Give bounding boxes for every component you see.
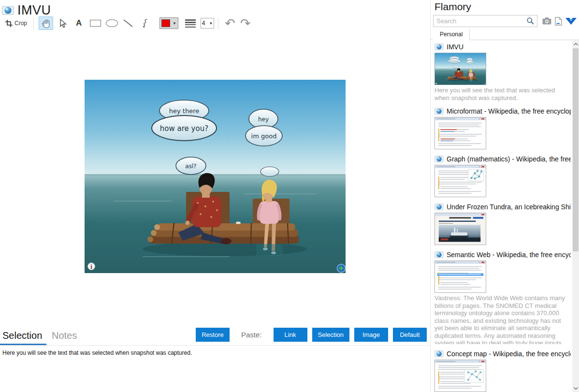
snapshot-favicon-icon — [434, 251, 444, 258]
text-tool-button[interactable]: A — [72, 16, 86, 30]
snapshot-description: Vastness: The World Wide Web contains ma… — [434, 294, 571, 344]
select-tool-button[interactable] — [55, 16, 70, 30]
chevron-down-icon: ▼ — [209, 21, 213, 26]
line-width-select[interactable]: 4 ▼ — [201, 18, 214, 29]
paste-link-button[interactable]: Link — [274, 328, 307, 342]
restore-button[interactable]: Restore — [196, 328, 230, 342]
camera-icon[interactable] — [542, 17, 551, 25]
pointer-icon — [58, 19, 67, 28]
tab-selection[interactable]: Selection — [2, 330, 42, 341]
editor-canvas[interactable] — [0, 32, 430, 325]
snapshot-item-title-row[interactable]: IMVU — [434, 43, 571, 51]
snapshot-favicon-icon — [434, 156, 444, 162]
paste-image-button[interactable]: Image — [354, 328, 388, 342]
chevron-down-icon[interactable]: ▼ — [173, 21, 176, 26]
snapshot-favicon-icon — [2, 6, 14, 15]
color-swatch-current[interactable] — [161, 19, 170, 27]
search-icon[interactable] — [526, 17, 535, 25]
flamory-logo-icon[interactable] — [565, 17, 577, 25]
search-input[interactable] — [434, 17, 526, 25]
snapshot-item-title: Microformat - Wikipedia, the free encycl… — [447, 107, 571, 115]
paste-buttons-row: Paste: Link Selection Image Default — [241, 328, 427, 342]
snapshot-item-title: IMVU — [447, 43, 463, 51]
flamory-sidebar: Flamory Personal — [430, 0, 579, 392]
list-item[interactable]: Microformat - Wikipedia, the free encycl… — [434, 107, 571, 149]
ellipse-tool-button[interactable] — [104, 16, 119, 30]
list-item[interactable]: Graph (mathematics) - Wikipedia, the fre… — [434, 155, 571, 197]
list-item[interactable]: Concept map - Wikipedia, the free encycl… — [434, 349, 571, 392]
rectangle-tool-button[interactable] — [88, 16, 102, 30]
toolbar-separator — [218, 17, 218, 29]
divider — [0, 345, 430, 346]
snapshot-thumbnail[interactable] — [434, 117, 486, 149]
snapshot-item-title-row[interactable]: Concept map - Wikipedia, the free encycl… — [434, 349, 571, 358]
snapshot-favicon-icon — [434, 203, 444, 210]
snapshot-item-title: Graph (mathematics) - Wikipedia, the fre… — [447, 155, 571, 163]
snapshot-list: IMVU Here you will see the text that was… — [431, 41, 573, 392]
scrollbar-thumb[interactable] — [573, 48, 579, 251]
pen-tool-button[interactable] — [137, 16, 152, 30]
snapshot-item-title-row[interactable]: Graph (mathematics) - Wikipedia, the fre… — [434, 155, 571, 163]
paste-label: Paste: — [241, 331, 262, 339]
app: IMVU Crop — [0, 0, 579, 392]
snapshot-item-title-row[interactable]: Microformat - Wikipedia, the free encycl… — [434, 107, 571, 115]
list-item[interactable]: IMVU Here you will see the text that was… — [434, 43, 571, 102]
search-box[interactable] — [433, 15, 537, 27]
bottom-panel: Selection Notes Restore Paste: Link Sele… — [0, 325, 430, 392]
scrollbar[interactable] — [572, 41, 579, 392]
color-picker[interactable]: ▼ — [159, 17, 178, 29]
snapshot-thumbnail[interactable] — [434, 165, 486, 197]
imvu-screenshot[interactable] — [85, 80, 346, 273]
snapshot-thumbnail[interactable] — [434, 261, 486, 293]
app-title: Flamory — [434, 1, 471, 13]
pen-scribble-icon — [141, 18, 148, 28]
snapshot-thumbnail[interactable] — [434, 360, 486, 392]
ellipse-icon — [106, 19, 118, 27]
snapshot-thumbnail[interactable] — [434, 213, 486, 245]
pan-tool-button[interactable] — [39, 16, 53, 30]
editor-toolbar: Crop — [3, 16, 253, 30]
new-note-icon[interactable] — [555, 17, 562, 26]
list-item[interactable]: Under Frozen Tundra, an Icebreaking Ship… — [434, 203, 571, 245]
editor-panel: IMVU Crop — [0, 0, 430, 392]
paste-default-button[interactable]: Default — [393, 328, 427, 342]
snapshot-favicon-icon — [434, 44, 444, 50]
snapshot-favicon-icon — [434, 108, 444, 115]
selection-text: Here you will see the text that was sele… — [2, 349, 192, 356]
imvu-scene-image — [85, 80, 346, 273]
line-icon — [123, 19, 133, 28]
toolbar-separator — [33, 17, 34, 29]
line-tool-button[interactable] — [121, 16, 135, 30]
snapshot-favicon-icon — [434, 350, 444, 357]
tab-notes[interactable]: Notes — [52, 330, 77, 341]
snapshot-item-title-row[interactable]: Semantic Web - Wikipedia, the free encyc… — [434, 250, 571, 259]
list-item[interactable]: Semantic Web - Wikipedia, the free encyc… — [434, 250, 571, 344]
sidebar-tabstrip: Personal — [431, 29, 579, 40]
crop-button[interactable]: Crop — [3, 18, 29, 29]
snapshot-item-title-row[interactable]: Under Frozen Tundra, an Icebreaking Ship… — [434, 203, 571, 211]
undo-button[interactable]: ↶ — [222, 17, 238, 29]
snapshot-item-title: Under Frozen Tundra, an Icebreaking Ship… — [447, 203, 571, 211]
scroll-down-icon[interactable] — [572, 385, 579, 392]
scroll-up-icon[interactable] — [572, 41, 579, 48]
crop-icon — [5, 20, 13, 27]
snapshot-description: Here you will see the text that was sele… — [434, 87, 571, 102]
snapshot-item-title: Semantic Web - Wikipedia, the free encyc… — [447, 251, 571, 259]
line-width-icon[interactable] — [185, 19, 196, 28]
tab-personal[interactable]: Personal — [433, 29, 470, 40]
redo-button[interactable]: ↷ — [238, 17, 253, 29]
hand-icon — [42, 18, 51, 29]
paste-selection-button[interactable]: Selection — [312, 328, 349, 342]
rectangle-icon — [90, 20, 101, 27]
snapshot-item-title: Concept map - Wikipedia, the free encycl… — [447, 350, 571, 358]
snapshot-thumbnail[interactable] — [434, 53, 486, 85]
